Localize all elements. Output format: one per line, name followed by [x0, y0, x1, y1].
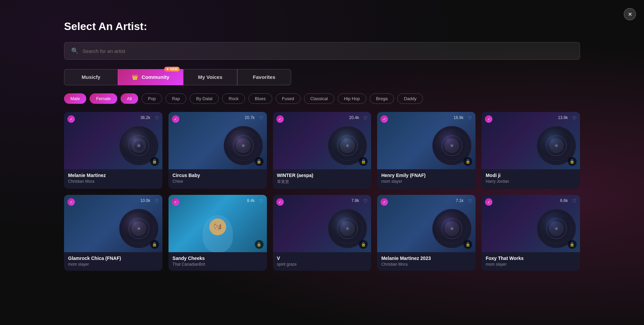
filter-fused[interactable]: Fused — [276, 93, 301, 104]
heart-icon[interactable]: ♡ — [363, 115, 368, 121]
search-bar: 🔍 — [64, 42, 580, 60]
card-subtitle: Harry Jordan — [486, 179, 576, 184]
card-likes: 10.0k — [140, 198, 150, 203]
card-title: V — [277, 256, 367, 261]
lock-icon: 🔒 — [255, 240, 264, 249]
card-sandy-cheeks[interactable]: 🐿️ ✓ 8.4k ♡ 🔒 Sandy Cheeks That Canadian… — [168, 195, 267, 271]
search-input[interactable] — [83, 48, 573, 54]
card-likes: 8.4k — [247, 198, 255, 203]
heart-icon[interactable]: ♡ — [572, 115, 577, 121]
heart-icon[interactable]: ♡ — [259, 115, 264, 121]
filter-pop[interactable]: Pop — [142, 93, 162, 104]
card-title: Modi ji — [486, 173, 576, 178]
heart-icon[interactable]: ♡ — [572, 198, 577, 204]
card-winter-aespa[interactable]: ✓ 20.4k ♡ 🔒 WINTER (aespa) 草美里 — [273, 112, 371, 189]
card-subtitle: mom slayer — [381, 179, 471, 184]
crown-icon: 👑 — [132, 74, 138, 80]
heart-icon[interactable]: ♡ — [155, 198, 159, 204]
card-title: WINTER (aespa) — [277, 173, 367, 178]
search-icon: 🔍 — [71, 47, 79, 55]
filter-brega[interactable]: Brega — [370, 93, 394, 104]
card-melanie-martinez-2023[interactable]: ✓ 7.1k ♡ 🔒 Melanie Martinez 2023 Christi… — [377, 195, 476, 271]
lock-icon: 🔒 — [568, 240, 577, 249]
tabs-container: Musicfy 👑 Community ★ NEW My Voices Favo… — [64, 69, 580, 85]
verified-badge: ✓ — [67, 115, 75, 123]
card-foxy-that-works[interactable]: ✓ 6.6k ♡ 🔒 Foxy That Works mom slayer — [482, 195, 580, 271]
card-likes: 7.1k — [456, 198, 464, 203]
filter-female[interactable]: Female — [90, 93, 117, 104]
card-likes: 6.6k — [560, 198, 568, 203]
card-title: Foxy That Works — [486, 256, 576, 261]
card-title: Sandy Cheeks — [173, 256, 263, 261]
card-modi-ji[interactable]: ✓ 13.9k ♡ 🔒 Modi ji Harry Jordan — [482, 112, 580, 189]
filter-daddy[interactable]: Daddy — [397, 93, 423, 104]
cards-grid-row2: ✓ 10.0k ♡ 🔒 Glamrock Chica (FNAF) mom sl… — [64, 195, 580, 271]
card-subtitle: mom slayer — [486, 262, 576, 267]
card-title: Melanie Martinez 2023 — [381, 256, 471, 261]
card-glamrock-chica[interactable]: ✓ 10.0k ♡ 🔒 Glamrock Chica (FNAF) mom sl… — [64, 195, 162, 271]
card-likes: 7.8k — [351, 198, 359, 203]
lock-icon: 🔒 — [463, 240, 472, 249]
page-title: Select An Artist: — [64, 20, 580, 33]
card-likes: 36.2k — [140, 115, 150, 120]
card-title: Melanie Martinez — [68, 173, 158, 178]
card-title: Glamrock Chica (FNAF) — [68, 256, 158, 261]
lock-icon: 🔒 — [255, 157, 264, 166]
card-likes: 20.4k — [349, 115, 359, 120]
tab-community[interactable]: 👑 Community ★ NEW — [118, 69, 183, 85]
card-subtitle: mom slayer — [68, 262, 158, 267]
new-badge: ★ NEW — [164, 67, 180, 71]
card-likes: 13.9k — [558, 115, 568, 120]
card-subtitle: Christian Mora — [381, 262, 471, 267]
filter-hip-hop[interactable]: Hip Hop — [338, 93, 366, 104]
filter-by-dalal[interactable]: By Dalal — [190, 93, 219, 104]
card-title: Henry Emily (FNAF) — [381, 173, 471, 178]
card-title: Circus Baby — [173, 173, 263, 178]
heart-icon[interactable]: ♡ — [155, 115, 159, 121]
verified-badge: ✓ — [67, 198, 75, 206]
lock-icon: 🔒 — [150, 157, 159, 166]
filter-classical[interactable]: Classical — [304, 93, 334, 104]
heart-icon[interactable]: ♡ — [468, 115, 472, 121]
heart-icon[interactable]: ♡ — [468, 198, 472, 204]
filter-rock[interactable]: Rock — [222, 93, 245, 104]
card-subtitle: That CanadianBrit — [173, 262, 263, 267]
filter-all[interactable]: All — [121, 93, 138, 104]
tab-favorites[interactable]: Favorites — [237, 69, 291, 85]
card-circus-baby[interactable]: ✓ 20.7k ♡ 🔒 Circus Baby Chloe — [168, 112, 267, 189]
card-henry-emily[interactable]: ✓ 16.9k ♡ 🔒 Henry Emily (FNAF) mom slaye… — [377, 112, 476, 189]
filter-rap[interactable]: Rap — [165, 93, 186, 104]
verified-badge: ✓ — [276, 115, 284, 123]
tab-my-voices[interactable]: My Voices — [183, 69, 237, 85]
card-likes: 16.9k — [454, 115, 463, 120]
heart-icon[interactable]: ♡ — [259, 198, 264, 204]
verified-badge: ✓ — [172, 115, 179, 123]
card-v[interactable]: ✓ 7.8k ♡ 🔒 V spirit graze — [273, 195, 371, 271]
card-likes: 20.7k — [245, 115, 254, 120]
lock-icon: 🔒 — [463, 157, 472, 166]
card-subtitle: Christian Mora — [68, 179, 158, 184]
card-subtitle: Chloe — [173, 179, 263, 184]
lock-icon: 🔒 — [150, 240, 159, 249]
verified-badge: ✓ — [172, 198, 179, 206]
filters-container: Male Female All Pop Rap By Dalal Rock Bl… — [64, 93, 580, 104]
filter-blues[interactable]: Blues — [248, 93, 272, 104]
card-subtitle: spirit graze — [277, 262, 367, 267]
verified-badge: ✓ — [276, 198, 284, 206]
tab-musicfy[interactable]: Musicfy — [64, 69, 118, 85]
card-subtitle: 草美里 — [277, 179, 367, 185]
cards-grid-row1: ✓ 36.2k ♡ 🔒 Melanie Martinez Christian M… — [64, 112, 580, 189]
card-melanie-martinez[interactable]: ✓ 36.2k ♡ 🔒 Melanie Martinez Christian M… — [64, 112, 162, 189]
heart-icon[interactable]: ♡ — [363, 198, 368, 204]
lock-icon: 🔒 — [568, 157, 577, 166]
filter-male[interactable]: Male — [64, 93, 86, 104]
